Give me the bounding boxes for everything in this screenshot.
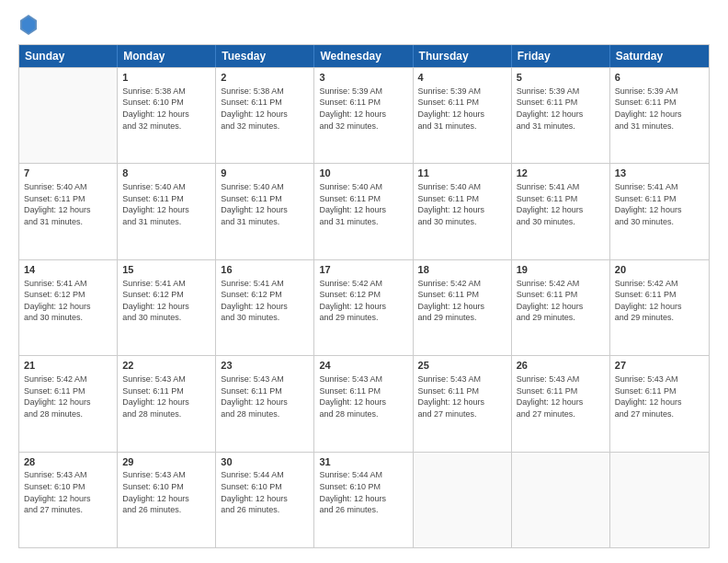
day-number: 3 xyxy=(319,71,407,85)
day-number: 2 xyxy=(221,71,309,85)
day-info: Sunrise: 5:43 AMSunset: 6:11 PMDaylight:… xyxy=(615,373,704,419)
cal-cell-1: 1Sunrise: 5:38 AMSunset: 6:10 PMDaylight… xyxy=(118,68,216,163)
day-info: Sunrise: 5:41 AMSunset: 6:12 PMDaylight:… xyxy=(221,278,309,324)
day-number: 20 xyxy=(615,263,704,277)
calendar-body: 1Sunrise: 5:38 AMSunset: 6:10 PMDaylight… xyxy=(19,67,709,547)
day-number: 14 xyxy=(24,263,112,277)
day-info: Sunrise: 5:44 AMSunset: 6:10 PMDaylight:… xyxy=(319,469,407,515)
day-number: 9 xyxy=(221,167,309,180)
day-number: 27 xyxy=(615,359,704,373)
cal-cell-10: 10Sunrise: 5:40 AMSunset: 6:11 PMDayligh… xyxy=(314,164,413,259)
day-number: 25 xyxy=(418,359,506,373)
cal-cell-29: 29Sunrise: 5:43 AMSunset: 6:10 PMDayligh… xyxy=(118,453,216,547)
day-info: Sunrise: 5:39 AMSunset: 6:11 PMDaylight:… xyxy=(319,86,407,132)
header-day-monday: Monday xyxy=(118,45,216,67)
cal-cell-6: 6Sunrise: 5:39 AMSunset: 6:11 PMDaylight… xyxy=(610,68,709,163)
day-number: 15 xyxy=(122,263,210,277)
day-info: Sunrise: 5:41 AMSunset: 6:12 PMDaylight:… xyxy=(122,278,210,324)
cal-cell-14: 14Sunrise: 5:41 AMSunset: 6:12 PMDayligh… xyxy=(19,260,118,355)
cal-cell-18: 18Sunrise: 5:42 AMSunset: 6:11 PMDayligh… xyxy=(414,260,512,355)
header-day-friday: Friday xyxy=(512,45,610,67)
header-day-saturday: Saturday xyxy=(610,45,709,67)
day-info: Sunrise: 5:42 AMSunset: 6:12 PMDaylight:… xyxy=(319,278,407,324)
day-info: Sunrise: 5:42 AMSunset: 6:11 PMDaylight:… xyxy=(418,278,506,324)
day-info: Sunrise: 5:40 AMSunset: 6:11 PMDaylight:… xyxy=(24,181,112,227)
day-info: Sunrise: 5:40 AMSunset: 6:11 PMDaylight:… xyxy=(221,181,309,227)
week-row-4: 21Sunrise: 5:42 AMSunset: 6:11 PMDayligh… xyxy=(19,355,709,451)
cal-cell-8: 8Sunrise: 5:40 AMSunset: 6:11 PMDaylight… xyxy=(118,164,216,259)
cal-cell-23: 23Sunrise: 5:43 AMSunset: 6:11 PMDayligh… xyxy=(216,356,314,451)
day-info: Sunrise: 5:39 AMSunset: 6:11 PMDaylight:… xyxy=(615,86,704,132)
day-info: Sunrise: 5:39 AMSunset: 6:11 PMDaylight:… xyxy=(517,86,605,132)
cal-cell-25: 25Sunrise: 5:43 AMSunset: 6:11 PMDayligh… xyxy=(414,356,512,451)
day-info: Sunrise: 5:40 AMSunset: 6:11 PMDaylight:… xyxy=(122,181,210,227)
day-info: Sunrise: 5:42 AMSunset: 6:11 PMDaylight:… xyxy=(615,278,704,324)
cal-cell-empty-5 xyxy=(512,453,610,547)
cal-cell-31: 31Sunrise: 5:44 AMSunset: 6:10 PMDayligh… xyxy=(314,453,413,547)
header xyxy=(18,15,710,35)
day-number: 8 xyxy=(122,167,210,180)
calendar: SundayMondayTuesdayWednesdayThursdayFrid… xyxy=(18,44,710,548)
day-number: 11 xyxy=(418,167,506,180)
day-info: Sunrise: 5:40 AMSunset: 6:11 PMDaylight:… xyxy=(319,181,407,227)
day-info: Sunrise: 5:41 AMSunset: 6:12 PMDaylight:… xyxy=(24,278,112,324)
day-number: 12 xyxy=(517,167,605,180)
day-number: 10 xyxy=(319,167,407,180)
day-info: Sunrise: 5:38 AMSunset: 6:11 PMDaylight:… xyxy=(221,86,309,132)
cal-cell-11: 11Sunrise: 5:40 AMSunset: 6:11 PMDayligh… xyxy=(414,164,512,259)
week-row-5: 28Sunrise: 5:43 AMSunset: 6:10 PMDayligh… xyxy=(19,452,709,547)
day-info: Sunrise: 5:43 AMSunset: 6:11 PMDaylight:… xyxy=(319,373,407,419)
day-info: Sunrise: 5:42 AMSunset: 6:11 PMDaylight:… xyxy=(24,373,112,419)
cal-cell-13: 13Sunrise: 5:41 AMSunset: 6:11 PMDayligh… xyxy=(610,164,709,259)
logo xyxy=(18,15,37,35)
day-number: 16 xyxy=(221,263,309,277)
header-day-thursday: Thursday xyxy=(414,45,512,67)
day-info: Sunrise: 5:38 AMSunset: 6:10 PMDaylight:… xyxy=(122,86,210,132)
day-number: 21 xyxy=(24,359,112,373)
day-number: 5 xyxy=(517,71,605,85)
day-number: 13 xyxy=(615,167,704,180)
cal-cell-30: 30Sunrise: 5:44 AMSunset: 6:10 PMDayligh… xyxy=(216,453,314,547)
week-row-3: 14Sunrise: 5:41 AMSunset: 6:12 PMDayligh… xyxy=(19,259,709,355)
cal-cell-20: 20Sunrise: 5:42 AMSunset: 6:11 PMDayligh… xyxy=(610,260,709,355)
day-number: 30 xyxy=(221,455,309,469)
day-number: 23 xyxy=(221,359,309,373)
day-info: Sunrise: 5:42 AMSunset: 6:11 PMDaylight:… xyxy=(517,278,605,324)
week-row-2: 7Sunrise: 5:40 AMSunset: 6:11 PMDaylight… xyxy=(19,163,709,259)
day-number: 31 xyxy=(319,455,407,469)
cal-cell-15: 15Sunrise: 5:41 AMSunset: 6:12 PMDayligh… xyxy=(118,260,216,355)
cal-cell-5: 5Sunrise: 5:39 AMSunset: 6:11 PMDaylight… xyxy=(512,68,610,163)
day-number: 29 xyxy=(122,455,210,469)
cal-cell-4: 4Sunrise: 5:39 AMSunset: 6:11 PMDaylight… xyxy=(414,68,512,163)
cal-cell-26: 26Sunrise: 5:43 AMSunset: 6:11 PMDayligh… xyxy=(512,356,610,451)
day-number: 24 xyxy=(319,359,407,373)
day-info: Sunrise: 5:41 AMSunset: 6:11 PMDaylight:… xyxy=(615,181,704,227)
day-number: 7 xyxy=(24,167,112,180)
day-number: 26 xyxy=(517,359,605,373)
day-number: 1 xyxy=(122,71,210,85)
day-info: Sunrise: 5:39 AMSunset: 6:11 PMDaylight:… xyxy=(418,86,506,132)
cal-cell-3: 3Sunrise: 5:39 AMSunset: 6:11 PMDaylight… xyxy=(314,68,413,163)
cal-cell-7: 7Sunrise: 5:40 AMSunset: 6:11 PMDaylight… xyxy=(19,164,118,259)
day-number: 28 xyxy=(24,455,112,469)
header-day-wednesday: Wednesday xyxy=(314,45,413,67)
logo-icon xyxy=(20,15,37,35)
day-number: 18 xyxy=(418,263,506,277)
day-number: 17 xyxy=(319,263,407,277)
cal-cell-19: 19Sunrise: 5:42 AMSunset: 6:11 PMDayligh… xyxy=(512,260,610,355)
cal-cell-empty-0 xyxy=(19,68,118,163)
header-day-sunday: Sunday xyxy=(19,45,118,67)
day-info: Sunrise: 5:43 AMSunset: 6:11 PMDaylight:… xyxy=(122,373,210,419)
cal-cell-24: 24Sunrise: 5:43 AMSunset: 6:11 PMDayligh… xyxy=(314,356,413,451)
week-row-1: 1Sunrise: 5:38 AMSunset: 6:10 PMDaylight… xyxy=(19,67,709,163)
header-day-tuesday: Tuesday xyxy=(216,45,314,67)
cal-cell-empty-6 xyxy=(610,453,709,547)
page: SundayMondayTuesdayWednesdayThursdayFrid… xyxy=(0,0,728,563)
cal-cell-16: 16Sunrise: 5:41 AMSunset: 6:12 PMDayligh… xyxy=(216,260,314,355)
day-number: 4 xyxy=(418,71,506,85)
cal-cell-22: 22Sunrise: 5:43 AMSunset: 6:11 PMDayligh… xyxy=(118,356,216,451)
day-info: Sunrise: 5:43 AMSunset: 6:10 PMDaylight:… xyxy=(122,469,210,515)
cal-cell-28: 28Sunrise: 5:43 AMSunset: 6:10 PMDayligh… xyxy=(19,453,118,547)
day-info: Sunrise: 5:40 AMSunset: 6:11 PMDaylight:… xyxy=(418,181,506,227)
day-number: 6 xyxy=(615,71,704,85)
